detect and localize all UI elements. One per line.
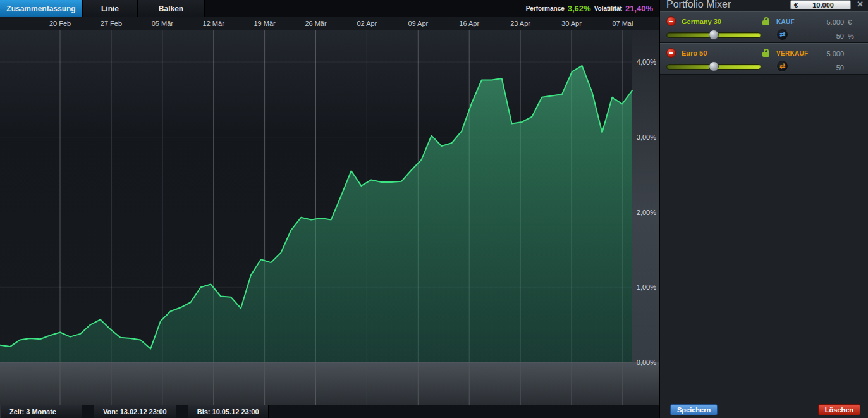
trading-app: Zusammenfassung Linie Balken Performance… xyxy=(0,0,868,418)
swap-direction-icon[interactable]: ⇄ xyxy=(776,28,788,40)
range-bar-spacer xyxy=(176,405,188,418)
panel-title: Portfolio Mixer xyxy=(666,0,731,10)
x-tick-label: 16 Apr xyxy=(449,20,489,27)
instrument-row-euro-50: Euro 50 VERKAUF 5.000 ⇄ 50 xyxy=(660,43,868,75)
chart-area: 4,00%3,00%2,00%1,00%0,00% xyxy=(0,30,659,405)
x-tick-label: 19 Mär xyxy=(245,20,285,27)
instrument-name: Euro 50 xyxy=(682,49,707,57)
lock-icon[interactable] xyxy=(762,52,769,57)
chart-range-bar: Zeit: 3 Monate Von: 13.02.12 23:00 Bis: … xyxy=(0,405,659,418)
x-tick-label: 23 Apr xyxy=(500,20,541,27)
x-tick-label: 27 Feb xyxy=(91,20,131,27)
tab-balken[interactable]: Balken xyxy=(138,0,205,17)
instrument-row-germany-30: Germany 30 KAUF 5.000 € ⇄ 50 % xyxy=(660,11,868,43)
x-axis: 20 Feb27 Feb05 Mär12 Mär19 Mär26 Mär02 A… xyxy=(0,17,659,30)
percent-value: 50 xyxy=(800,64,844,71)
x-tick-label: 26 Mär xyxy=(296,20,336,27)
y-tick-label: 2,00% xyxy=(637,209,656,216)
weight-slider[interactable] xyxy=(666,30,761,40)
time-range-selector[interactable]: Zeit: 3 Monate xyxy=(0,405,82,418)
below-zero-band xyxy=(0,362,659,405)
direction-label: KAUF xyxy=(776,18,795,25)
range-from[interactable]: Von: 13.02.12 23:00 xyxy=(94,405,176,418)
amount-value: 5.000 xyxy=(800,50,844,58)
volatility-label: Volatilität xyxy=(594,5,622,12)
close-icon[interactable]: ✕ xyxy=(857,0,864,9)
instrument-name: Germany 30 xyxy=(682,18,721,25)
portfolio-mixer-panel: Portfolio Mixer € 10.000 ✕ Germany 30 KA… xyxy=(659,0,868,418)
currency-symbol: € xyxy=(791,1,801,9)
performance-value: 3,62% xyxy=(568,4,591,13)
swap-direction-icon[interactable]: ⇄ xyxy=(776,60,788,72)
x-tick-label: 20 Feb xyxy=(40,20,80,27)
chart-pane: Zusammenfassung Linie Balken Performance… xyxy=(0,0,659,418)
percent-unit: % xyxy=(848,32,858,40)
range-bar-spacer xyxy=(82,405,94,418)
performance-label: Performance xyxy=(526,5,565,12)
remove-instrument-button[interactable] xyxy=(666,48,676,58)
tab-linie[interactable]: Linie xyxy=(83,0,138,17)
lock-icon[interactable] xyxy=(762,20,769,25)
performance-chart xyxy=(0,30,659,405)
y-tick-label: 1,00% xyxy=(637,283,656,291)
percent-value: 50 xyxy=(800,32,844,40)
delete-button[interactable]: Löschen xyxy=(818,404,860,415)
range-to[interactable]: Bis: 10.05.12 23:00 xyxy=(188,405,269,418)
amount-currency: € xyxy=(848,18,858,26)
weight-slider[interactable] xyxy=(666,61,761,71)
y-tick-label: 3,00% xyxy=(637,133,656,141)
x-tick-label: 30 Apr xyxy=(551,20,592,27)
remove-instrument-button[interactable] xyxy=(666,16,676,26)
x-tick-label: 07 Mai xyxy=(602,20,643,27)
portfolio-amount-input[interactable]: € 10.000 xyxy=(790,0,851,9)
amount-value: 5.000 xyxy=(800,18,844,26)
chart-tabbar: Zusammenfassung Linie Balken Performance… xyxy=(0,0,659,17)
portfolio-amount-value: 10.000 xyxy=(801,1,850,9)
mixer-header: Portfolio Mixer € 10.000 ✕ xyxy=(660,0,868,11)
y-axis: 4,00%3,00%2,00%1,00%0,00% xyxy=(632,30,659,405)
y-tick-label: 0,00% xyxy=(637,359,656,366)
x-tick-label: 05 Mär xyxy=(142,20,183,27)
y-tick-label: 4,00% xyxy=(637,58,656,66)
volatility-value: 21,40% xyxy=(625,4,653,13)
performance-summary: Performance 3,62% Volatilität 21,40% xyxy=(526,0,659,17)
x-tick-label: 09 Apr xyxy=(398,20,438,27)
save-button[interactable]: Speichern xyxy=(670,404,718,415)
minus-icon xyxy=(669,21,673,22)
x-tick-label: 12 Mär xyxy=(193,20,234,27)
minus-icon xyxy=(669,52,673,54)
slider-handle[interactable] xyxy=(709,61,719,71)
x-tick-label: 02 Apr xyxy=(346,20,387,27)
slider-handle[interactable] xyxy=(709,30,719,40)
mixer-footer: Speichern Löschen xyxy=(660,404,868,416)
tab-zusammenfassung[interactable]: Zusammenfassung xyxy=(0,0,83,17)
